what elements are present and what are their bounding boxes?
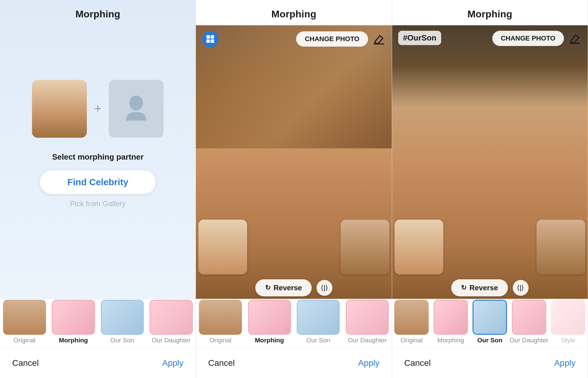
- left-thumb-3: [395, 220, 443, 274]
- apply-button-1[interactable]: Apply: [162, 358, 183, 368]
- panel-2-top-bar: CHANGE PHOTO: [196, 25, 391, 53]
- tab-label-ourson-2: Our Son: [306, 337, 330, 344]
- tab-label-morphing-2: Morphing: [255, 337, 284, 344]
- arrows-button-3[interactable]: ⟨|⟩: [513, 280, 529, 296]
- reverse-icon-3: ↻: [461, 284, 466, 292]
- cancel-button-1[interactable]: Cancel: [12, 358, 39, 368]
- tab-ourdaughter-3[interactable]: Our Daughter: [509, 299, 548, 348]
- panel-3-image-section: #OurSon CHANGE PHOTO: [392, 25, 588, 299]
- plus-icon: +: [94, 102, 101, 115]
- right-thumb-2: [341, 220, 389, 274]
- main-face-3: ↻ Reverse ⟨|⟩: [392, 25, 588, 299]
- tab-thumb-original-1: [3, 300, 46, 335]
- panel-3: Morphing #OurSon CHANGE PHOTO: [392, 0, 588, 378]
- tab-original-2[interactable]: Original: [196, 299, 245, 348]
- top-bar-right-3: CHANGE PHOTO: [492, 31, 582, 46]
- apply-button-2[interactable]: Apply: [358, 358, 380, 368]
- reverse-label-3: Reverse: [469, 284, 498, 292]
- tab-label-original-2: Original: [209, 337, 231, 344]
- tab-label-ourdaughter-2: Our Daughter: [348, 337, 387, 344]
- person-silhouette-icon: [122, 94, 150, 124]
- thumb-row-3: [392, 220, 588, 274]
- panel-1: Morphing + Select morphing partner Find …: [0, 0, 196, 378]
- photo-row: +: [32, 80, 163, 138]
- reverse-bar-3: ↻ Reverse ⟨|⟩: [392, 279, 588, 296]
- eraser-icon-2[interactable]: [372, 32, 386, 46]
- main-face-2: ↻ Reverse ⟨|⟩: [196, 25, 391, 299]
- tab-thumb-morphing-1: [52, 300, 95, 335]
- eraser-icon-3[interactable]: [568, 31, 582, 45]
- tab-thumb-ourson-2: [297, 300, 340, 335]
- panel-2-title: Morphing: [196, 0, 391, 25]
- arrows-icon-3: ⟨|⟩: [517, 284, 524, 292]
- arrows-button-2[interactable]: ⟨|⟩: [317, 280, 332, 296]
- tab-morphing-1[interactable]: Morphing: [49, 299, 98, 348]
- eraser-svg-2: [373, 33, 384, 45]
- panel-3-title: Morphing: [392, 0, 588, 25]
- tab-ourson-3[interactable]: Our Son: [470, 299, 509, 348]
- panel-1-tabs: Original Morphing Our Son Our Daughter: [0, 299, 196, 348]
- panel-1-title: Morphing: [0, 0, 196, 25]
- tab-label-morphing-1: Morphing: [59, 337, 88, 344]
- tab-morphing-3[interactable]: Morphing: [431, 299, 470, 348]
- grid-svg: [206, 34, 215, 44]
- tab-original-1[interactable]: Original: [0, 299, 49, 348]
- cancel-button-2[interactable]: Cancel: [208, 358, 235, 368]
- tab-thumb-original-2: [199, 300, 242, 335]
- tab-ourdaughter-2[interactable]: Our Daughter: [343, 299, 392, 348]
- cancel-button-3[interactable]: Cancel: [404, 358, 431, 368]
- tab-thumb-ourdaughter-2: [346, 300, 389, 335]
- tab-thumb-ourdaughter-1: [150, 300, 193, 335]
- tab-thumb-original-3: [394, 300, 429, 335]
- tab-label-ourson-3: Our Son: [477, 337, 502, 344]
- thumb-row-2: [196, 220, 391, 274]
- pick-gallery-link[interactable]: Pick from Gallery: [70, 200, 126, 208]
- svg-rect-1: [207, 35, 210, 39]
- tab-original-3[interactable]: Original: [392, 299, 431, 348]
- panel-3-footer: Cancel Apply: [392, 348, 588, 378]
- left-thumb-2: [198, 220, 247, 274]
- tab-thumb-morphing-3: [434, 300, 468, 335]
- top-bar-right-2: CHANGE PHOTO: [296, 31, 385, 47]
- tab-thumb-ourdaughter-3: [512, 300, 546, 335]
- change-photo-button-3[interactable]: CHANGE PHOTO: [492, 31, 564, 46]
- reverse-bar-2: ↻ Reverse ⟨|⟩: [196, 279, 391, 296]
- panel-1-footer: Cancel Apply: [0, 348, 196, 378]
- eraser-svg-3: [569, 33, 580, 44]
- tab-label-ourdaughter-1: Our Daughter: [152, 337, 190, 344]
- apply-button-3[interactable]: Apply: [554, 358, 576, 368]
- tab-thumb-ourson-1: [101, 300, 144, 335]
- panel-2-tabs: Original Morphing Our Son Our Daughter: [196, 299, 391, 348]
- tab-ourson-2[interactable]: Our Son: [294, 299, 343, 348]
- svg-rect-2: [211, 35, 214, 39]
- panel-2: Morphing CHANGE PHOTO: [196, 0, 392, 378]
- tab-ourdaughter-1[interactable]: Our Daughter: [147, 299, 196, 348]
- tab-label-original-3: Original: [401, 337, 423, 344]
- tab-label-original-1: Original: [13, 337, 35, 344]
- reverse-icon-2: ↻: [265, 284, 271, 292]
- source-photo: [32, 80, 87, 138]
- change-photo-button-2[interactable]: CHANGE PHOTO: [296, 31, 368, 47]
- tab-label-morphing-3: Morphing: [437, 337, 464, 344]
- grid-icon-2[interactable]: [202, 31, 218, 47]
- svg-rect-3: [207, 39, 210, 43]
- tab-ourson-1[interactable]: Our Son: [98, 299, 147, 348]
- reverse-button-2[interactable]: ↻ Reverse: [255, 279, 312, 296]
- tab-thumb-style-3: [551, 300, 585, 335]
- partner-photo-placeholder: [109, 80, 164, 138]
- svg-rect-4: [211, 39, 214, 43]
- reverse-button-3[interactable]: ↻ Reverse: [451, 279, 508, 296]
- panel-3-tabs: Original Morphing Our Son Our Daughter S…: [392, 299, 588, 348]
- tab-morphing-2[interactable]: Morphing: [245, 299, 294, 348]
- right-thumb-3: [537, 220, 585, 274]
- panel-2-image-section: CHANGE PHOTO: [196, 25, 391, 299]
- tab-thumb-morphing-2: [248, 300, 291, 335]
- tab-label-style-3: Style: [561, 337, 575, 344]
- tab-style-3[interactable]: Style: [549, 299, 588, 348]
- panel-2-footer: Cancel Apply: [196, 348, 391, 378]
- arrows-icon-2: ⟨|⟩: [321, 284, 328, 292]
- select-label: Select morphing partner: [52, 152, 144, 162]
- reverse-label-2: Reverse: [274, 284, 302, 292]
- tab-label-ourdaughter-3: Our Daughter: [510, 337, 548, 344]
- find-celebrity-button[interactable]: Find Celebrity: [40, 170, 156, 194]
